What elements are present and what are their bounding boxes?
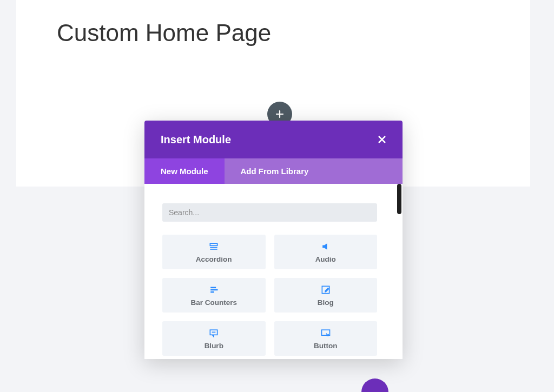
close-icon[interactable]: [378, 135, 386, 144]
module-bar-counters[interactable]: Bar Counters: [162, 278, 266, 313]
button-icon: [320, 328, 331, 338]
floating-action-button[interactable]: [361, 378, 388, 392]
accordion-icon: [208, 241, 219, 252]
chat-icon: [208, 328, 219, 338]
module-label: Blurb: [205, 342, 223, 350]
edit-icon: [320, 284, 331, 295]
module-label: Audio: [315, 255, 336, 263]
tab-add-from-library[interactable]: Add From Library: [225, 158, 325, 184]
plus-icon: [275, 109, 285, 119]
scrollbar-thumb[interactable]: [397, 184, 401, 214]
module-grid: Accordion Audio Bar Counters: [162, 235, 377, 356]
insert-module-modal: Insert Module New Module Add From Librar…: [144, 121, 403, 359]
module-label: Accordion: [196, 255, 232, 263]
modal-header: Insert Module: [144, 121, 403, 158]
modal-tabs: New Module Add From Library: [144, 158, 403, 184]
module-accordion[interactable]: Accordion: [162, 235, 266, 269]
speaker-icon: [320, 241, 331, 252]
page-title: Custom Home Page: [57, 19, 271, 46]
module-audio[interactable]: Audio: [274, 235, 378, 269]
module-blurb[interactable]: Blurb: [162, 321, 266, 356]
tab-new-module[interactable]: New Module: [144, 158, 225, 184]
bars-icon: [208, 284, 219, 295]
modal-title: Insert Module: [161, 134, 231, 146]
module-blog[interactable]: Blog: [274, 278, 378, 313]
svg-rect-2: [210, 243, 217, 245]
module-label: Bar Counters: [190, 298, 237, 307]
search-input[interactable]: [162, 203, 377, 222]
module-label: Button: [314, 342, 337, 350]
modal-body: Accordion Audio Bar Counters: [144, 184, 403, 359]
module-button[interactable]: Button: [274, 321, 378, 356]
module-label: Blog: [318, 298, 334, 307]
